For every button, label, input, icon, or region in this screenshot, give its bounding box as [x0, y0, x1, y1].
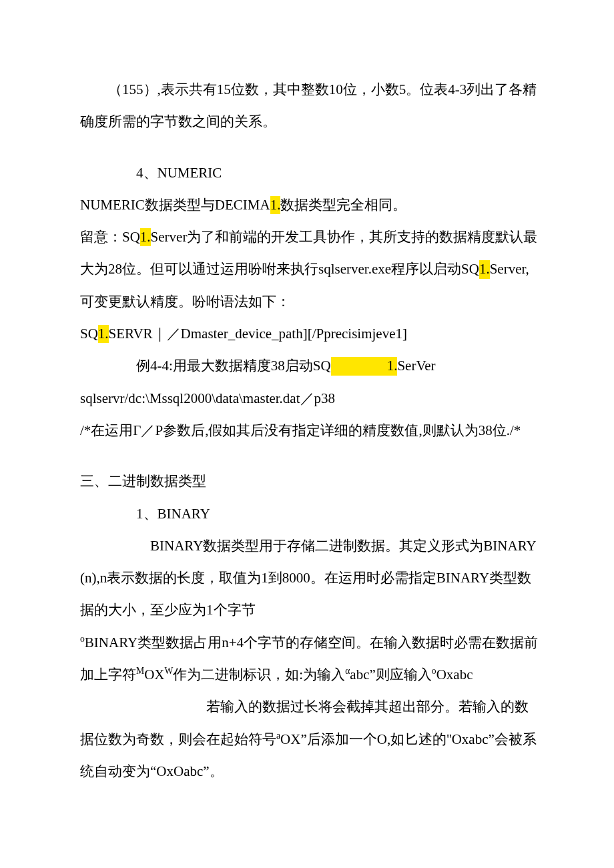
- text: OX: [144, 667, 164, 683]
- paragraph-example: 例4-4:用最大数据精度38启动SQ1.SerVer: [80, 350, 541, 382]
- text: SERVR｜／Dmaster_device_path][/Pprecisimje…: [109, 326, 407, 342]
- document-page: （155）,表示共有15位数，其中整数10位，小数5。位表4-3列出了各精确度所…: [0, 0, 614, 868]
- highlight: 1.: [331, 357, 398, 375]
- paragraph-code: sqlservr/dc:\Mssql2000\data\master.dat／p…: [80, 382, 541, 414]
- paragraph-code: SQ1.SERVR｜／Dmaster_device_path][/Pprecis…: [80, 318, 541, 350]
- text: BINARY数据类型用于存储二进制数据。其定义形式为BINARY(n),n表示数…: [80, 530, 541, 626]
- superscript: W: [164, 666, 173, 676]
- text: NUMERIC数据类型与DECIMA: [80, 197, 270, 213]
- highlight: 1.: [270, 196, 281, 214]
- superscript: o: [80, 634, 85, 644]
- highlight: 1.: [98, 325, 109, 343]
- heading-1-binary: 1、BINARY: [80, 498, 541, 530]
- superscript: o: [432, 666, 436, 676]
- text: 留意：SQ: [80, 229, 140, 245]
- spacer: [80, 138, 541, 157]
- text: 数据类型完全相同。: [280, 197, 406, 213]
- text: SerVer: [397, 358, 435, 374]
- text: 例4-4:用最大数据精度38启动SQ: [136, 358, 331, 374]
- text: SQ: [80, 326, 98, 342]
- superscript: M: [136, 666, 144, 676]
- highlight: 1.: [140, 228, 151, 246]
- paragraph: BINARY数据类型用于存储二进制数据。其定义形式为BINARY(n),n表示数…: [80, 530, 541, 787]
- text: abc”则应输入: [350, 667, 431, 683]
- paragraph: NUMERIC数据类型与DECIMA1.数据类型完全相同。: [80, 189, 541, 221]
- paragraph: （155）,表示共有15位数，其中整数10位，小数5。位表4-3列出了各精确度所…: [80, 73, 541, 138]
- heading-4-numeric: 4、NUMERIC: [80, 157, 541, 189]
- paragraph-comment: /*在运用Γ／P参数后,假如其后没有指定详细的精度数值,则默认为38位./*: [80, 414, 541, 446]
- highlight: 1.: [479, 260, 490, 278]
- paragraph: 留意：SQ1.Server为了和前端的开发工具协作，其所支持的数据精度默认最大为…: [80, 221, 541, 318]
- heading-3-binary-types: 三、二进制数据类型: [80, 465, 541, 497]
- text: 作为二进制标识，如:为输入: [173, 667, 345, 683]
- text: Oxabc: [436, 667, 473, 683]
- spacer: [80, 446, 541, 465]
